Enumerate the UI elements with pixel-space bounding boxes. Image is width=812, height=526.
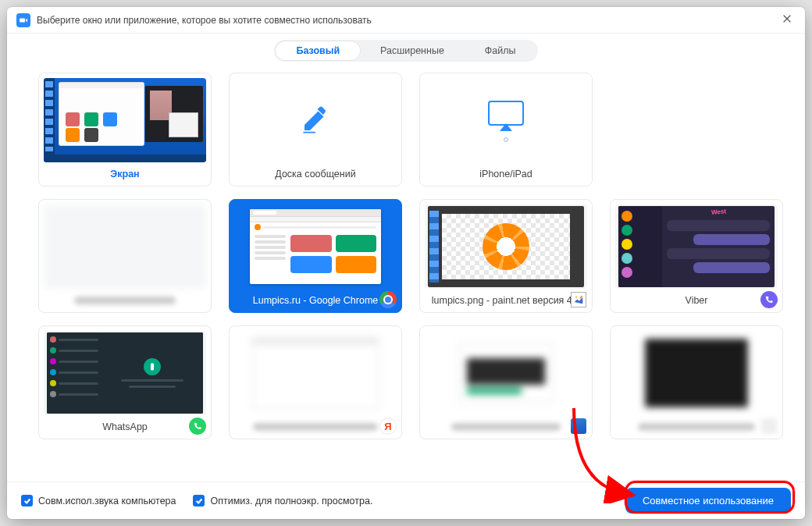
- thumb-screen: [44, 78, 206, 162]
- thumb-blurred-4: [615, 331, 778, 415]
- tile-whatsapp-label: WhatsApp: [44, 415, 206, 439]
- yandex-icon: Я: [379, 418, 397, 435]
- checkbox-icon: [193, 495, 205, 506]
- share-screen-dialog: Выберите окно или приложение, которое вы…: [7, 7, 805, 519]
- tile-whiteboard-label: Доска сообщений: [234, 162, 397, 186]
- svg-point-2: [575, 296, 577, 297]
- tile-viber[interactable]: West Viber: [610, 199, 783, 313]
- thumb-blurred-1: [44, 204, 206, 289]
- thumb-lumpics: [234, 204, 397, 289]
- thumb-iphone-ipad: [425, 78, 587, 162]
- share-options-grid: Экран Доска сообщений: [7, 73, 805, 482]
- tile-blurred-4-label: [615, 415, 778, 439]
- thumb-viber: West: [615, 204, 778, 289]
- checkbox-share-audio-label: Совм.испол.звука компьютера: [38, 496, 176, 506]
- tabs-container: Базовый Расширенные Файлы: [7, 34, 805, 73]
- tile-iphone-ipad[interactable]: iPhone/iPad: [419, 73, 593, 187]
- tab-basic[interactable]: Базовый: [276, 41, 360, 60]
- svg-rect-0: [303, 131, 315, 133]
- viber-chat-title: West: [710, 208, 726, 215]
- whatsapp-icon: [189, 418, 206, 435]
- chrome-icon: [379, 291, 397, 308]
- svg-rect-3: [151, 364, 154, 371]
- tile-blurred-2-label: [234, 415, 397, 439]
- bottom-bar: Совм.испол.звука компьютера Оптимиз. для…: [7, 482, 805, 519]
- tile-app-blurred-1[interactable]: [38, 199, 212, 313]
- close-button[interactable]: [782, 13, 796, 27]
- tile-app-blurred-3[interactable]: [419, 325, 593, 439]
- tile-lumpics-chrome[interactable]: Lumpics.ru - Google Chrome: [229, 199, 402, 313]
- checkbox-optimize-video-label: Оптимиз. для полноэкр. просмотра.: [210, 496, 372, 506]
- paintnet-icon: [570, 291, 587, 308]
- viber-icon: [760, 291, 778, 308]
- tile-whiteboard[interactable]: Доска сообщений: [229, 73, 402, 187]
- share-button[interactable]: Совместное использование: [625, 488, 791, 514]
- tab-advanced[interactable]: Расширенные: [360, 41, 465, 60]
- tile-screen-label: Экран: [44, 162, 206, 186]
- titlebar: Выберите окно или приложение, которое вы…: [7, 7, 805, 34]
- app-icon-blurred-3: [570, 418, 587, 435]
- thumb-blurred-3: [425, 331, 587, 415]
- tile-whatsapp[interactable]: WhatsApp: [38, 325, 212, 439]
- airplay-icon: [486, 100, 526, 140]
- tile-app-blurred-4[interactable]: [610, 325, 783, 439]
- tile-viber-label: Viber: [615, 289, 778, 312]
- checkbox-icon: [21, 495, 33, 506]
- svg-rect-1: [489, 101, 523, 125]
- dialog-title: Выберите окно или приложение, которое вы…: [37, 15, 372, 26]
- app-icon-blurred-4: [760, 418, 778, 435]
- pen-icon: [299, 103, 332, 138]
- checkbox-optimize-video[interactable]: Оптимиз. для полноэкр. просмотра.: [193, 495, 372, 506]
- thumb-whatsapp: [44, 331, 206, 415]
- thumb-whiteboard: [234, 78, 397, 162]
- tile-lumpics-label: Lumpics.ru - Google Chrome: [234, 289, 397, 312]
- tile-blurred-1-label: [44, 289, 206, 312]
- thumb-paintnet: [425, 204, 587, 289]
- zoom-logo-icon: [16, 13, 30, 27]
- tab-files[interactable]: Файлы: [465, 41, 536, 60]
- checkbox-share-audio[interactable]: Совм.испол.звука компьютера: [21, 495, 176, 506]
- tile-paintnet-label: lumpics.png - paint.net версия 4...: [425, 289, 587, 312]
- tile-screen[interactable]: Экран: [38, 73, 212, 187]
- tile-paintnet[interactable]: lumpics.png - paint.net версия 4...: [419, 199, 593, 313]
- thumb-blurred-2: [234, 331, 397, 415]
- tile-app-blurred-2[interactable]: Я: [229, 325, 402, 439]
- tile-blurred-3-label: [425, 415, 587, 439]
- tile-iphone-ipad-label: iPhone/iPad: [425, 162, 587, 186]
